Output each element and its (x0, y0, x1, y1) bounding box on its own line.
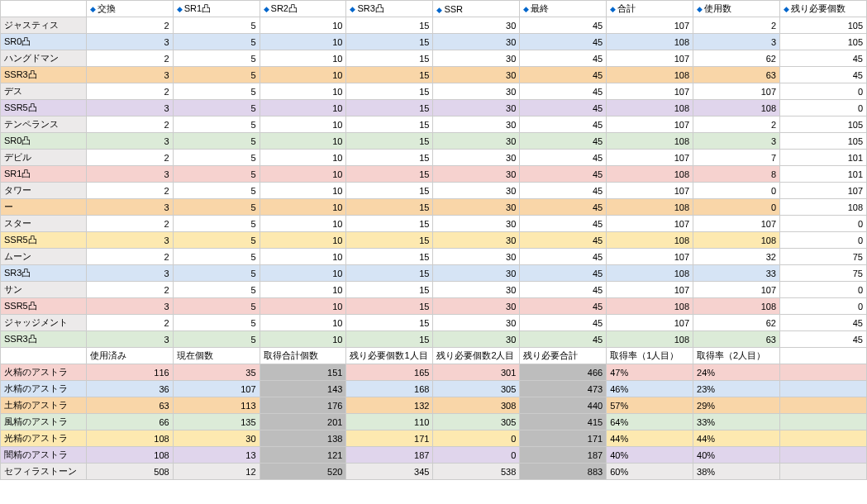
cell[interactable]: 8 (693, 166, 780, 183)
cell[interactable]: 0 (780, 282, 867, 298)
cell[interactable]: 473 (520, 381, 607, 397)
col-header[interactable]: 残り必要個数1人目 (346, 348, 433, 364)
row-label[interactable]: 光精のアストラ (1, 430, 87, 447)
col-header[interactable]: ◆合計 (607, 1, 693, 17)
cell[interactable]: 63 (86, 397, 173, 414)
cell[interactable]: 30 (433, 315, 520, 331)
cell[interactable]: 15 (346, 100, 433, 116)
row-label[interactable]: デビル (1, 150, 87, 166)
cell[interactable]: 108 (607, 100, 693, 116)
cell[interactable]: 3 (86, 331, 173, 348)
cell[interactable]: 2 (86, 183, 173, 199)
cell[interactable]: 2 (86, 50, 173, 67)
cell[interactable]: 101 (780, 150, 867, 166)
cell[interactable]: 75 (780, 265, 867, 282)
cell[interactable]: 108 (607, 199, 693, 216)
col-header[interactable]: 取得率（2人目） (693, 348, 780, 364)
cell[interactable]: 3 (86, 265, 173, 282)
cell[interactable]: 30 (433, 34, 520, 50)
cell[interactable]: 38% (693, 464, 780, 480)
cell[interactable]: 7 (693, 150, 780, 166)
row-label[interactable]: テンペランス (1, 116, 87, 133)
cell[interactable]: 10 (260, 265, 346, 282)
cell[interactable]: 187 (346, 447, 433, 464)
cell[interactable]: 45 (780, 50, 867, 67)
cell[interactable]: 2 (693, 17, 780, 34)
cell[interactable]: 121 (260, 447, 346, 464)
row-label[interactable]: SR3凸 (1, 265, 87, 282)
cell[interactable]: 10 (260, 67, 346, 83)
cell[interactable]: 108 (607, 67, 693, 83)
cell[interactable]: 64% (607, 414, 693, 430)
cell[interactable]: 113 (173, 397, 260, 414)
row-label[interactable]: 水精のアストラ (1, 381, 87, 397)
cell[interactable]: 3 (86, 199, 173, 216)
cell[interactable]: 15 (346, 50, 433, 67)
row-label[interactable]: ムーン (1, 249, 87, 265)
cell[interactable]: 5 (173, 298, 260, 315)
row-label[interactable]: 闇精のアストラ (1, 447, 87, 464)
cell[interactable]: 44% (607, 430, 693, 447)
cell[interactable]: 30 (173, 430, 260, 447)
cell[interactable]: 5 (173, 265, 260, 282)
cell[interactable]: 10 (260, 183, 346, 199)
cell[interactable]: 45 (520, 150, 607, 166)
cell[interactable]: 40% (607, 447, 693, 464)
cell[interactable]: 15 (346, 249, 433, 265)
cell[interactable]: 171 (520, 430, 607, 447)
row-label[interactable]: 火精のアストラ (1, 364, 87, 381)
cell[interactable]: 10 (260, 331, 346, 348)
cell[interactable]: 3 (693, 34, 780, 50)
cell[interactable]: 30 (433, 282, 520, 298)
cell[interactable]: 440 (520, 397, 607, 414)
cell[interactable]: 108 (607, 298, 693, 315)
cell[interactable]: 108 (607, 34, 693, 50)
row-label[interactable]: SSR3凸 (1, 331, 87, 348)
cell[interactable]: 2 (86, 150, 173, 166)
col-header[interactable]: 取得率（1人目） (607, 348, 693, 364)
cell[interactable]: 5 (173, 34, 260, 50)
col-header[interactable]: ◆SR2凸 (260, 1, 346, 17)
row-label[interactable]: SR0凸 (1, 34, 87, 50)
cell[interactable]: 105 (780, 116, 867, 133)
cell[interactable]: 15 (346, 133, 433, 150)
cell[interactable]: 132 (346, 397, 433, 414)
cell[interactable]: 30 (433, 183, 520, 199)
empty-cell[interactable] (780, 430, 867, 447)
cell[interactable]: 62 (693, 315, 780, 331)
cell[interactable]: 2 (86, 216, 173, 232)
cell[interactable]: 5 (173, 116, 260, 133)
cell[interactable]: 5 (173, 199, 260, 216)
cell[interactable]: 107 (607, 83, 693, 100)
cell[interactable]: 30 (433, 100, 520, 116)
cell[interactable]: 3 (86, 67, 173, 83)
row-label[interactable]: ジャスティス (1, 17, 87, 34)
col-header[interactable]: ◆SR1凸 (173, 1, 260, 17)
cell[interactable]: 32 (693, 249, 780, 265)
cell[interactable]: 305 (433, 381, 520, 397)
cell[interactable]: 5 (173, 232, 260, 249)
cell[interactable]: 143 (260, 381, 346, 397)
cell[interactable]: 15 (346, 265, 433, 282)
cell[interactable]: 15 (346, 298, 433, 315)
cell[interactable]: 45 (520, 67, 607, 83)
cell[interactable]: 10 (260, 232, 346, 249)
cell[interactable]: 5 (173, 150, 260, 166)
cell[interactable]: 45 (520, 166, 607, 183)
cell[interactable]: 45 (520, 216, 607, 232)
cell[interactable]: 105 (780, 34, 867, 50)
cell[interactable]: 105 (780, 133, 867, 150)
cell[interactable]: 107 (607, 183, 693, 199)
row-label[interactable]: ジャッジメント (1, 315, 87, 331)
cell[interactable]: 107 (607, 216, 693, 232)
col-header[interactable]: ◆交換 (86, 1, 173, 17)
cell[interactable]: 2 (86, 83, 173, 100)
cell[interactable]: 30 (433, 249, 520, 265)
row-label[interactable]: SSR3凸 (1, 67, 87, 83)
cell[interactable]: 2 (86, 315, 173, 331)
cell[interactable]: 45 (520, 265, 607, 282)
empty-cell[interactable] (780, 381, 867, 397)
cell[interactable]: 151 (260, 364, 346, 381)
cell[interactable]: 30 (433, 67, 520, 83)
cell[interactable]: 30 (433, 232, 520, 249)
